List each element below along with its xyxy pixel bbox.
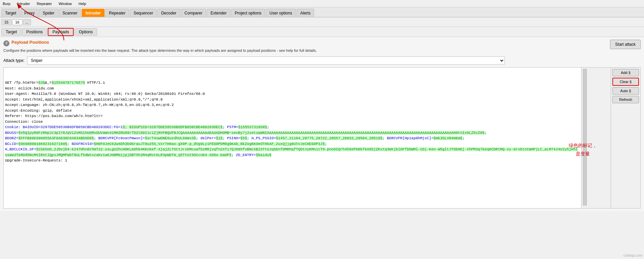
attack-type-select[interactable]: Sniper Battering ram Pitchfork Cluster b… bbox=[27, 57, 505, 65]
tab-project-options[interactable]: Project options bbox=[231, 9, 265, 17]
tab-scanner[interactable]: Scanner bbox=[59, 9, 81, 17]
payload-positions-title: Payload Positions bbox=[11, 40, 49, 45]
attack-type-row: Attack type: Sniper Battering ram Pitchf… bbox=[3, 57, 641, 65]
tab-repeater[interactable]: Repeater bbox=[105, 9, 129, 17]
tab-num-15[interactable]: 15 bbox=[1, 19, 11, 25]
payload-description: Configure the positions where payloads w… bbox=[3, 48, 641, 53]
sub-tab-bar: Target Positions Payloads Options bbox=[0, 27, 644, 37]
tab-extender[interactable]: Extender bbox=[207, 9, 230, 17]
tab-decoder[interactable]: Decoder bbox=[157, 9, 180, 17]
sub-tab-positions[interactable]: Positions bbox=[22, 28, 47, 36]
tab-spider[interactable]: Spider bbox=[39, 9, 58, 17]
attack-type-label: Attack type: bbox=[3, 58, 25, 63]
tab-alerts[interactable]: Alerts bbox=[297, 9, 314, 17]
menu-intruder[interactable]: Intruder bbox=[16, 1, 31, 6]
tab-proxy[interactable]: Proxy bbox=[21, 9, 38, 17]
sub-tab-options[interactable]: Options bbox=[74, 28, 97, 36]
menu-window[interactable]: Window bbox=[57, 1, 73, 6]
tab-sequencer[interactable]: Sequencer bbox=[130, 9, 157, 17]
menu-repeater[interactable]: Repeater bbox=[35, 1, 53, 6]
sub-tab-payloads[interactable]: Payloads bbox=[48, 28, 74, 36]
tab-intruder[interactable]: Intruder bbox=[82, 9, 104, 17]
sub-tab-target[interactable]: Target bbox=[1, 28, 21, 36]
editor-container: GET /fp.htm?br=§3§&_=§1554978717657§ HTT… bbox=[3, 67, 641, 209]
tab-num-16[interactable]: 16 bbox=[12, 19, 22, 25]
tab-numbers-row: 15 16 ... bbox=[0, 17, 644, 27]
tab-comparer[interactable]: Comparer bbox=[181, 9, 206, 17]
help-icon[interactable]: ? bbox=[3, 40, 9, 46]
request-editor[interactable]: GET /fp.htm?br=§3§&_=§1554978717657§ HTT… bbox=[3, 67, 581, 209]
menubar: Burp Intruder Repeater Window Help bbox=[0, 0, 644, 7]
clear-button[interactable]: Clear § bbox=[612, 78, 639, 86]
tab-user-options[interactable]: User options bbox=[266, 9, 296, 17]
add-button[interactable]: Add § bbox=[612, 69, 639, 76]
main-tab-bar: Target Proxy Spider Scanner Intruder Rep… bbox=[0, 7, 644, 17]
content-area: Start attack ? Payload Positions Configu… bbox=[0, 37, 644, 211]
tab-target[interactable]: Target bbox=[1, 9, 20, 17]
refresh-button[interactable]: Refresh bbox=[612, 96, 639, 103]
auto-button[interactable]: Auto § bbox=[612, 87, 639, 95]
menu-burp[interactable]: Burp bbox=[1, 1, 12, 6]
tab-num-more[interactable]: ... bbox=[23, 19, 31, 25]
menu-help[interactable]: Help bbox=[77, 1, 88, 6]
